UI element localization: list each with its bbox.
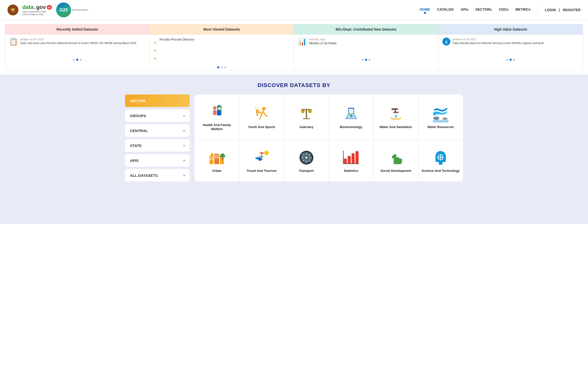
svg-point-25 [442,117,448,120]
min-dept-content: sources, nga Ministry of Jal Shakti [309,38,336,46]
high-value-dots [438,57,583,63]
sector-science[interactable]: Science And Technology [418,140,463,182]
min-dept-card: Min./Dept. Contributed New Datasets 📊 so… [294,24,438,70]
logo-data: data [22,4,34,10]
svg-text:★: ★ [255,107,257,110]
sector-urban[interactable]: Urban [195,140,239,182]
g20-logo: G20 भारत 2023 INDIA [56,2,88,17]
tourism-icon [253,149,270,166]
dot-2[interactable] [76,59,78,61]
sidebar-groups-label: GROUPS [130,114,146,118]
state-chevron-icon: › [183,143,185,148]
discover-layout: SECTOR › GROUPS › CENTRAL › STATE › APIS… [125,94,463,182]
svg-rect-65 [348,156,351,164]
sports-icon: ★ ★ [253,105,270,123]
svg-point-39 [220,154,223,157]
judiciary-icon [298,105,315,123]
sector-water-resources[interactable]: Water Resources [418,94,463,140]
svg-rect-27 [211,153,213,155]
svg-rect-78 [442,156,443,158]
science-label: Science And Technology [421,169,460,173]
header: 🦁 data . gov in Open Government Data (OG… [0,0,588,20]
svg-rect-76 [440,159,441,160]
recently-added-content: piration of rch 2023 Daily Sub-basin-wis… [20,38,136,45]
sidebar-item-all-datasets[interactable]: ALL DATASETS › [125,169,190,182]
min-dept-body: 📊 sources, nga Ministry of Jal Shakti [294,34,438,57]
header-left: 🦁 data . gov in Open Government Data (OG… [7,2,88,17]
svg-rect-31 [212,157,213,158]
nav-auth: LOGIN | REGISTER [545,8,581,12]
svg-rect-29 [220,156,224,164]
dot-1[interactable] [362,59,364,61]
health-icon [208,103,226,121]
dot-3[interactable] [369,59,371,61]
nav-cdos[interactable]: CDOs [499,7,508,12]
recently-added-body: 📋 piration of rch 2023 Daily Sub-basin-w… [5,34,149,57]
water-resources-icon [432,105,449,123]
high-value-body: 💧 piration of rch 2023 Daily Rainfall da… [438,34,583,57]
svg-rect-83 [439,162,442,165]
sector-transport[interactable]: Transport [284,140,329,182]
sidebar-item-apis[interactable]: APIS › [125,154,190,167]
sector-biotech[interactable]: Biotechnology [329,94,374,140]
min-dept-header: Min./Dept. Contributed New Datasets [294,24,438,34]
sidebar-all-datasets-label: ALL DATASETS [130,173,158,178]
sidebar-state-label: STATE [130,143,142,148]
svg-rect-7 [257,113,258,115]
india-emblem-icon: 🦁 [7,4,18,15]
sidebar-item-central[interactable]: CENTRAL › [125,124,190,137]
register-button[interactable]: REGISTER [563,8,581,12]
sidebar-item-sector[interactable]: SECTOR › [125,94,190,107]
datagov-logo[interactable]: data . gov in Open Government Data (OGD)… [22,4,52,16]
sector-health[interactable]: Health And Family Welfare [195,94,239,140]
dot-3[interactable] [224,66,226,68]
sidebar-item-groups[interactable]: GROUPS › [125,109,190,122]
dot-1[interactable] [217,66,219,68]
most-viewed-icon: ★★★ [154,38,157,61]
dot-3[interactable] [513,59,515,61]
sector-statistics[interactable]: Statistics [329,140,374,182]
sector-social[interactable]: Social Development [374,140,418,182]
urban-icon [208,149,226,166]
dot-2[interactable] [510,59,512,61]
svg-rect-77 [437,156,438,158]
nav-metrics[interactable]: METRICs [515,7,531,12]
svg-rect-41 [222,157,223,159]
logo-dot: . [34,4,36,10]
login-button[interactable]: LOGIN [545,8,556,12]
dot-3[interactable] [80,59,82,61]
nav-sectors[interactable]: SECTORs [475,7,492,12]
svg-rect-32 [210,159,211,160]
dot-1[interactable] [506,59,508,61]
svg-rect-37 [217,157,218,158]
high-value-card: High Value Datasets 💧 piration of rch 20… [438,24,583,70]
dot-1[interactable] [73,59,75,61]
science-icon [432,149,449,166]
nav-home[interactable]: HOME [420,7,430,12]
svg-point-40 [222,154,225,157]
main-nav: HOME CATALOG APIs SECTORs CDOs METRICs L… [420,6,581,13]
discover-section: DISCOVER DATASETS BY SECTOR › GROUPS › C… [0,75,588,224]
sector-judiciary[interactable]: Judiciary [284,94,329,140]
nav-apis[interactable]: APIs [461,7,468,12]
svg-rect-34 [215,155,216,156]
water-sanitation-icon [387,105,405,123]
dot-2[interactable] [221,66,223,68]
sector-water-sanitation[interactable]: Water And Sanitation [374,94,418,140]
sector-tourism[interactable]: Travel And Tourism [239,140,284,182]
nav-catalog[interactable]: CATALOG [437,7,454,12]
svg-point-18 [348,116,349,117]
judiciary-label: Judiciary [299,125,313,129]
min-dept-dots [294,57,438,63]
svg-rect-20 [391,108,398,110]
statistics-label: Statistics [344,169,358,173]
svg-rect-5 [218,108,221,109]
dot-2[interactable] [365,59,367,61]
sector-sports[interactable]: ★ ★ Youth And Sports [239,94,284,140]
sidebar-item-state[interactable]: STATE › [125,139,190,152]
g20-circle-icon: G20 [56,2,71,17]
sidebar: SECTOR › GROUPS › CENTRAL › STATE › APIS… [125,94,190,182]
high-value-header: High Value Datasets [438,24,583,34]
datasets-section: Recently Added Datasets 📋 piration of rc… [0,20,588,75]
svg-point-74 [440,156,442,158]
